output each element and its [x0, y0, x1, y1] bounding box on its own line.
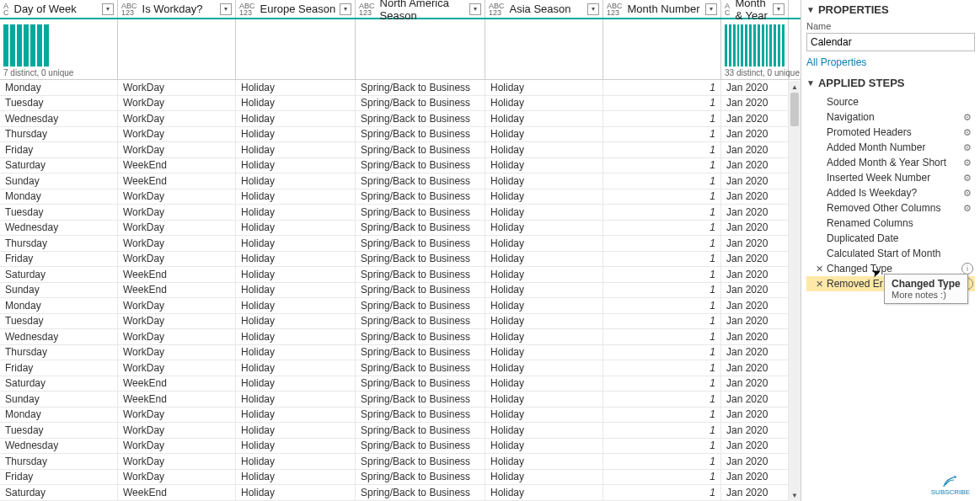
cell-dayOfWeek[interactable]: Friday [0, 470, 118, 485]
info-icon[interactable]: i [961, 263, 973, 274]
filter-dropdown-icon[interactable]: ▾ [469, 3, 481, 15]
cell-monthYear[interactable]: Jan 2020 [721, 173, 789, 189]
step-added-month-year-short[interactable]: Added Month & Year Short⚙ [806, 155, 975, 170]
table-row[interactable]: WednesdayWorkDayHolidaySpring/Back to Bu… [0, 439, 801, 455]
cell-monthNum[interactable]: 1 [603, 329, 721, 344]
cell-monthNum[interactable]: 1 [603, 392, 721, 407]
cell-asia[interactable]: Holiday [485, 298, 603, 313]
cell-monthNum[interactable]: 1 [603, 111, 721, 126]
cell-isWorkday[interactable]: WeekEnd [118, 267, 236, 282]
table-row[interactable]: WednesdayWorkDayHolidaySpring/Back to Bu… [0, 329, 801, 345]
cell-europe[interactable]: Holiday [236, 423, 356, 438]
cell-monthYear[interactable]: Jan 2020 [721, 189, 789, 205]
table-row[interactable]: ThursdayWorkDayHolidaySpring/Back to Bus… [0, 236, 801, 252]
cell-monthNum[interactable]: 1 [603, 80, 721, 95]
scroll-down-icon[interactable]: ▼ [789, 489, 801, 501]
cell-na[interactable]: Spring/Back to Business [356, 314, 485, 329]
table-row[interactable]: SaturdayWeekEndHolidaySpring/Back to Bus… [0, 267, 801, 283]
cell-monthNum[interactable]: 1 [603, 283, 721, 298]
cell-asia[interactable]: Holiday [485, 329, 603, 344]
cell-na[interactable]: Spring/Back to Business [356, 252, 485, 267]
cell-isWorkday[interactable]: WorkDay [118, 236, 236, 251]
cell-asia[interactable]: Holiday [485, 485, 603, 500]
table-row[interactable]: SaturdayWeekEndHolidaySpring/Back to Bus… [0, 485, 801, 501]
cell-asia[interactable]: Holiday [485, 158, 603, 173]
table-row[interactable]: MondayWorkDayHolidaySpring/Back to Busin… [0, 189, 801, 205]
table-row[interactable]: TuesdayWorkDayHolidaySpring/Back to Busi… [0, 314, 801, 330]
step-promoted-headers[interactable]: Promoted Headers⚙ [806, 125, 975, 140]
filter-dropdown-icon[interactable]: ▾ [102, 3, 114, 15]
cell-na[interactable]: Spring/Back to Business [356, 408, 485, 423]
cell-asia[interactable]: Holiday [485, 127, 603, 142]
cell-asia[interactable]: Holiday [485, 111, 603, 126]
cell-na[interactable]: Spring/Back to Business [356, 96, 485, 111]
cell-isWorkday[interactable]: WorkDay [118, 252, 236, 267]
cell-isWorkday[interactable]: WorkDay [118, 142, 236, 157]
cell-na[interactable]: Spring/Back to Business [356, 267, 485, 282]
cell-isWorkday[interactable]: WeekEnd [118, 173, 236, 189]
cell-dayOfWeek[interactable]: Tuesday [0, 96, 118, 111]
cell-europe[interactable]: Holiday [236, 392, 356, 407]
cell-monthYear[interactable]: Jan 2020 [721, 96, 789, 111]
table-row[interactable]: SaturdayWeekEndHolidaySpring/Back to Bus… [0, 158, 801, 174]
cell-monthYear[interactable]: Jan 2020 [721, 236, 789, 251]
cell-monthNum[interactable]: 1 [603, 345, 721, 360]
cell-asia[interactable]: Holiday [485, 96, 603, 111]
cell-dayOfWeek[interactable]: Wednesday [0, 439, 118, 454]
filter-dropdown-icon[interactable]: ▾ [705, 3, 717, 15]
cell-asia[interactable]: Holiday [485, 423, 603, 438]
cell-monthNum[interactable]: 1 [603, 485, 721, 500]
cell-monthNum[interactable]: 1 [603, 189, 721, 205]
gear-icon[interactable]: ⚙ [961, 112, 973, 123]
cell-isWorkday[interactable]: WorkDay [118, 205, 236, 220]
cell-asia[interactable]: Holiday [485, 376, 603, 392]
subscribe-badge[interactable]: SUBSCRIBE [931, 475, 970, 496]
column-header-monthNum[interactable]: ABC123Month Number▾ [603, 0, 721, 18]
step-renamed-columns[interactable]: Renamed Columns [806, 216, 975, 231]
cell-isWorkday[interactable]: WorkDay [118, 111, 236, 126]
cell-europe[interactable]: Holiday [236, 96, 356, 111]
cell-dayOfWeek[interactable]: Thursday [0, 127, 118, 142]
cell-na[interactable]: Spring/Back to Business [356, 485, 485, 500]
cell-dayOfWeek[interactable]: Saturday [0, 267, 118, 282]
step-duplicated-date[interactable]: Duplicated Date [806, 231, 975, 246]
cell-asia[interactable]: Holiday [485, 314, 603, 329]
table-row[interactable]: FridayWorkDayHolidaySpring/Back to Busin… [0, 252, 801, 268]
cell-dayOfWeek[interactable]: Friday [0, 360, 118, 376]
step-inserted-week-number[interactable]: Inserted Week Number⚙ [806, 170, 975, 185]
cell-asia[interactable]: Holiday [485, 80, 603, 95]
cell-monthYear[interactable]: Jan 2020 [721, 423, 789, 438]
gear-icon[interactable]: ⚙ [961, 188, 973, 199]
cell-asia[interactable]: Holiday [485, 454, 603, 469]
cell-isWorkday[interactable]: WeekEnd [118, 392, 236, 407]
cell-europe[interactable]: Holiday [236, 236, 356, 251]
table-row[interactable]: MondayWorkDayHolidaySpring/Back to Busin… [0, 408, 801, 424]
cell-isWorkday[interactable]: WorkDay [118, 221, 236, 236]
cell-asia[interactable]: Holiday [485, 360, 603, 376]
cell-dayOfWeek[interactable]: Wednesday [0, 329, 118, 344]
table-row[interactable]: ThursdayWorkDayHolidaySpring/Back to Bus… [0, 454, 801, 470]
cell-dayOfWeek[interactable]: Tuesday [0, 423, 118, 438]
step-added-is-weekday-[interactable]: Added Is Weekday?⚙ [806, 185, 975, 200]
cell-asia[interactable]: Holiday [485, 267, 603, 282]
cell-monthNum[interactable]: 1 [603, 252, 721, 267]
cell-isWorkday[interactable]: WorkDay [118, 408, 236, 423]
cell-dayOfWeek[interactable]: Monday [0, 189, 118, 205]
cell-isWorkday[interactable]: WorkDay [118, 96, 236, 111]
cell-monthYear[interactable]: Jan 2020 [721, 485, 789, 500]
cell-monthNum[interactable]: 1 [603, 470, 721, 485]
cell-asia[interactable]: Holiday [485, 205, 603, 220]
cell-monthYear[interactable]: Jan 2020 [721, 408, 789, 423]
table-row[interactable]: MondayWorkDayHolidaySpring/Back to Busin… [0, 298, 801, 314]
cell-europe[interactable]: Holiday [236, 329, 356, 344]
cell-na[interactable]: Spring/Back to Business [356, 221, 485, 236]
cell-dayOfWeek[interactable]: Wednesday [0, 221, 118, 236]
cell-monthNum[interactable]: 1 [603, 439, 721, 454]
table-row[interactable]: FridayWorkDayHolidaySpring/Back to Busin… [0, 360, 801, 376]
cell-monthYear[interactable]: Jan 2020 [721, 439, 789, 454]
cell-monthNum[interactable]: 1 [603, 142, 721, 157]
cell-dayOfWeek[interactable]: Thursday [0, 236, 118, 251]
cell-monthNum[interactable]: 1 [603, 408, 721, 423]
table-row[interactable]: TuesdayWorkDayHolidaySpring/Back to Busi… [0, 423, 801, 439]
cell-asia[interactable]: Holiday [485, 408, 603, 423]
